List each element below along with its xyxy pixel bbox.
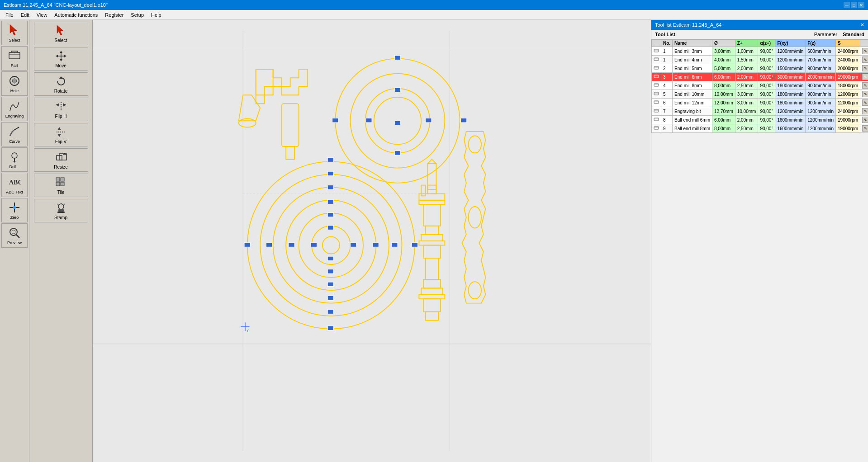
minimize-button[interactable]: ─ (844, 2, 850, 8)
col-fxy[interactable]: F(xy) (775, 40, 806, 47)
svg-rect-84 (327, 269, 333, 273)
tool-edit-btn[interactable]: ✎ (862, 57, 868, 63)
tool-row-edit[interactable]: ✎ 🔍 (860, 107, 868, 116)
tool-row-edit[interactable]: ✎ 🔍 (860, 73, 868, 81)
tool-edit-btn[interactable]: ✎ (862, 65, 868, 71)
table-row[interactable]: 9 Ball end mill 8mm 8,00mm 2,50mm 90,00°… (652, 124, 868, 133)
tool-edit-btn[interactable]: ✎ (862, 48, 868, 54)
tool-carve[interactable]: Carve (1, 122, 28, 146)
col-name[interactable]: Name (673, 40, 712, 47)
col-s[interactable]: S (836, 40, 860, 47)
sec-tool-tile[interactable]: Tile (34, 174, 88, 197)
tool-row-z: 2,00mm (735, 64, 758, 73)
tool-preview[interactable]: Preview (1, 223, 28, 248)
tool-row-edit[interactable]: ✎ 🔍 (860, 47, 868, 56)
tool-row-fxy: 1200mm/min (775, 56, 806, 64)
tool-edit-btn[interactable]: ✎ (862, 91, 868, 97)
tool-edit-btn[interactable]: ✎ (862, 99, 868, 106)
col-no[interactable]: No. (661, 40, 673, 47)
menu-item-file[interactable]: File (2, 11, 17, 19)
tool-row-fxy: 1800mm/min (775, 90, 806, 99)
table-row[interactable]: 6 End mill 12mm 12,00mm 3,00mm 90,00° 18… (652, 99, 868, 107)
table-row[interactable]: 1 End mill 3mm 3,00mm 1,00mm 90,00° 1200… (652, 47, 868, 56)
menu-item-register[interactable]: Register (101, 11, 127, 19)
menu-bar: FileEditViewAutomatic functionsRegisterS… (0, 10, 868, 20)
tool-row-z: 1,00mm (735, 47, 758, 56)
tool-list-close[interactable]: ✕ (860, 22, 864, 28)
tool-edit-btn[interactable]: ✎ (862, 82, 868, 89)
svg-rect-87 (327, 310, 333, 314)
table-row[interactable]: 4 End mill 8mm 8,00mm 2,50mm 90,00° 1800… (652, 81, 868, 90)
tool-edit-btn[interactable]: ✎ (862, 108, 868, 114)
sec-tool-stamp[interactable]: Stamp (34, 199, 88, 222)
sec-tool-resize[interactable]: Resize (34, 148, 88, 172)
table-row[interactable]: 2 End mill 5mm 5,00mm 2,00mm 90,00° 1500… (652, 64, 868, 73)
sec-tool-rotate[interactable]: Rotate (34, 72, 88, 96)
sec-tool-tile-label: Tile (57, 190, 65, 195)
sec-tool-fliph[interactable]: Flip H (34, 98, 88, 121)
tool-text[interactable]: ABC ABC Text (1, 173, 28, 197)
tool-engraving[interactable]: Engraving (1, 97, 28, 121)
tool-row-alpha: 90,00° (758, 107, 775, 116)
tool-row-no: 6 (661, 99, 673, 107)
svg-rect-91 (351, 243, 356, 247)
col-z[interactable]: Z+ (735, 40, 758, 47)
tool-part[interactable]: Part (1, 46, 28, 71)
svg-rect-114 (654, 49, 659, 52)
tool-row-dia: 12,00mm (712, 99, 735, 107)
table-row[interactable]: 8 Ball end mill 6mm 6,00mm 2,00mm 90,00°… (652, 116, 868, 124)
svg-rect-118 (654, 66, 659, 69)
tool-text-label: ABC Text (6, 190, 23, 194)
col-fz[interactable]: F(z) (806, 40, 836, 47)
table-row[interactable]: 7 Engraving bit 12,70mm 10,00mm 90,00° 1… (652, 107, 868, 116)
tool-row-edit[interactable]: ✎ 🔍 (860, 116, 868, 124)
tool-table-container[interactable]: No. Name Ø Z+ α(z+) F(xy) F(z) S (651, 39, 868, 462)
sec-tool-move-label: Move (55, 63, 66, 68)
tool-row-edit[interactable]: ✎ 🔍 (860, 56, 868, 64)
tool-row-edit[interactable]: ✎ 🔍 (860, 81, 868, 90)
close-button[interactable]: ✕ (858, 2, 864, 8)
col-icon[interactable] (652, 40, 661, 47)
tool-row-name: Ball end mill 8mm (673, 124, 712, 133)
tool-row-s: 24000rpm (836, 47, 860, 56)
svg-rect-63 (394, 88, 400, 92)
tool-row-edit[interactable]: ✎ 🔍 (860, 124, 868, 133)
sec-tool-flipv[interactable]: Flip V (34, 123, 88, 146)
svg-rect-124 (654, 92, 659, 95)
tool-drill[interactable]: Drill... (1, 147, 28, 172)
tool-edit-btn[interactable]: ✎ (862, 74, 868, 80)
tool-table-body: 1 End mill 3mm 3,00mm 1,00mm 90,00° 1200… (652, 47, 868, 133)
tool-edit-btn[interactable]: ✎ (862, 125, 868, 132)
svg-rect-1 (9, 52, 20, 59)
tool-row-z: 10,00mm (735, 107, 758, 116)
menu-item-view[interactable]: View (33, 11, 51, 19)
tool-edit-btn[interactable]: ✎ (862, 117, 868, 123)
menu-item-automatic-functions[interactable]: Automatic functions (51, 11, 101, 19)
tool-row-edit[interactable]: ✎ 🔍 (860, 99, 868, 107)
tool-zero[interactable]: Zero (1, 198, 28, 222)
svg-point-68 (260, 174, 402, 316)
col-alpha[interactable]: α(z+) (758, 40, 775, 47)
tool-row-z: 3,00mm (735, 90, 758, 99)
table-row[interactable]: 3 End mill 6mm 6,00mm 2,00mm 90,00° 3000… (652, 73, 868, 81)
svg-rect-39 (58, 209, 64, 212)
menu-item-help[interactable]: Help (147, 11, 165, 19)
restore-button[interactable]: □ (851, 2, 857, 8)
tool-row-icon (652, 124, 661, 133)
tool-row-fz: 1200mm/min (806, 116, 836, 124)
tool-row-edit[interactable]: ✎ 🔍 (860, 64, 868, 73)
tool-row-s: 20000rpm (836, 64, 860, 73)
canvas-svg: 0 (93, 20, 651, 462)
tool-row-edit[interactable]: ✎ 🔍 (860, 90, 868, 99)
menu-item-edit[interactable]: Edit (17, 11, 33, 19)
sec-tool-select[interactable]: Select (34, 22, 88, 45)
table-row[interactable]: 1 End mill 4mm 4,00mm 1,50mm 90,00° 1200… (652, 56, 868, 64)
sec-tool-move[interactable]: Move (34, 47, 88, 71)
menu-item-setup[interactable]: Setup (127, 11, 147, 19)
tool-hole[interactable]: Hole (1, 71, 28, 96)
table-row[interactable]: 5 End mill 10mm 10,00mm 3,00mm 90,00° 18… (652, 90, 868, 99)
tool-select[interactable]: Select (1, 21, 28, 45)
tool-row-dia: 5,00mm (712, 64, 735, 73)
col-dia[interactable]: Ø (712, 40, 735, 47)
canvas-area[interactable]: 0 (93, 20, 651, 462)
